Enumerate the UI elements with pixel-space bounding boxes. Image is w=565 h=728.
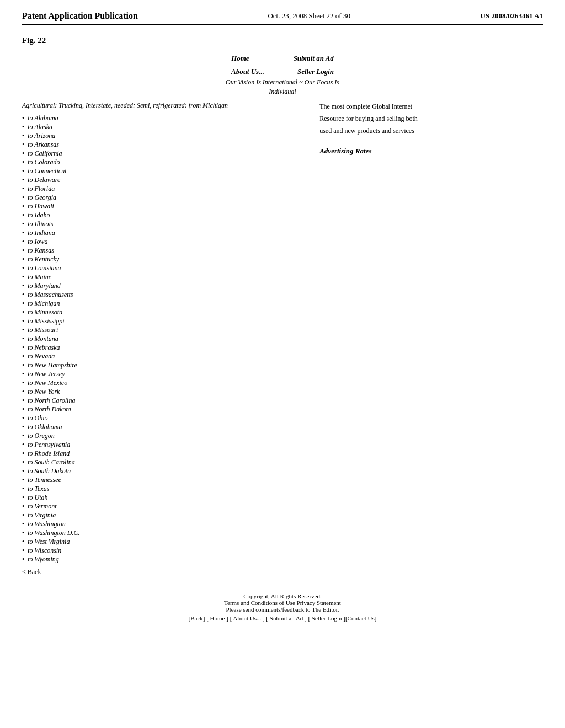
list-item[interactable]: to Illinois bbox=[22, 220, 308, 228]
patent-title: Patent Application Publication bbox=[22, 11, 138, 21]
footer: Copyright, All Rights Reserved. Terms an… bbox=[22, 593, 543, 622]
list-item[interactable]: to South Dakota bbox=[22, 467, 308, 475]
list-item[interactable]: to Florida bbox=[22, 185, 308, 193]
list-item[interactable]: to Kentucky bbox=[22, 255, 308, 264]
list-item[interactable]: to New York bbox=[22, 388, 308, 396]
list-item[interactable]: to Utah bbox=[22, 494, 308, 502]
list-item[interactable]: to Pennsylvania bbox=[22, 441, 308, 449]
footer-line3: Please send comments/feedback to The Edi… bbox=[22, 606, 543, 613]
right-text-line1: The most complete Global Internet bbox=[319, 101, 543, 111]
advertising-rates-label[interactable]: Advertising Rates bbox=[319, 147, 543, 156]
list-item[interactable]: to Michigan bbox=[22, 299, 308, 308]
figure-label: Fig. 22 bbox=[22, 36, 543, 45]
list-item[interactable]: to Tennessee bbox=[22, 476, 308, 484]
list-item[interactable]: to Georgia bbox=[22, 194, 308, 202]
list-item[interactable]: to Maine bbox=[22, 273, 308, 281]
back-link[interactable]: < Back bbox=[22, 568, 308, 576]
list-item[interactable]: to Nevada bbox=[22, 352, 308, 361]
states-list: to Alabamato Alaskato Arizonato Arkansas… bbox=[22, 114, 308, 564]
right-text-line3: used and new products and services bbox=[319, 126, 543, 136]
list-item[interactable]: to Alabama bbox=[22, 114, 308, 122]
list-item[interactable]: to Maryland bbox=[22, 282, 308, 290]
footer-line1: Copyright, All Rights Reserved. bbox=[22, 593, 543, 599]
nav-submit-ad[interactable]: Submit an Ad bbox=[294, 54, 334, 63]
list-item[interactable]: to Ohio bbox=[22, 414, 308, 422]
list-item[interactable]: to Vermont bbox=[22, 502, 308, 511]
list-item[interactable]: to Virginia bbox=[22, 511, 308, 520]
patent-number: US 2008/0263461 A1 bbox=[481, 12, 543, 20]
list-item[interactable]: to Wisconsin bbox=[22, 547, 308, 555]
nav-about-us[interactable]: About Us... bbox=[231, 67, 264, 76]
list-item[interactable]: to Delaware bbox=[22, 176, 308, 184]
right-text-line2: Resource for buying and selling both bbox=[319, 114, 543, 124]
tagline-line2: Individual bbox=[22, 88, 543, 96]
list-item[interactable]: to North Carolina bbox=[22, 397, 308, 405]
list-item[interactable]: to New Jersey bbox=[22, 370, 308, 378]
list-item[interactable]: to Iowa bbox=[22, 238, 308, 246]
patent-date: Oct. 23, 2008 Sheet 22 of 30 bbox=[268, 12, 350, 20]
listing-description: Agricultural: Trucking, Interstate, need… bbox=[22, 101, 308, 110]
list-item[interactable]: to Minnesota bbox=[22, 308, 308, 317]
list-item[interactable]: to Oregon bbox=[22, 432, 308, 440]
list-item[interactable]: to Rhode Island bbox=[22, 449, 308, 458]
list-item[interactable]: to Washington bbox=[22, 520, 308, 528]
list-item[interactable]: to Arkansas bbox=[22, 141, 308, 149]
list-item[interactable]: to West Virginia bbox=[22, 538, 308, 546]
list-item[interactable]: to Connecticut bbox=[22, 167, 308, 175]
list-item[interactable]: to Oklahoma bbox=[22, 423, 308, 431]
list-item[interactable]: to Idaho bbox=[22, 211, 308, 220]
list-item[interactable]: to New Mexico bbox=[22, 379, 308, 387]
tagline-line1: Our Vision Is International ~ Our Focus … bbox=[22, 78, 543, 87]
list-item[interactable]: to California bbox=[22, 149, 308, 158]
list-item[interactable]: to New Hampshire bbox=[22, 361, 308, 370]
list-item[interactable]: to Montana bbox=[22, 335, 308, 343]
list-item[interactable]: to Colorado bbox=[22, 158, 308, 167]
list-item[interactable]: to Louisiana bbox=[22, 264, 308, 272]
list-item[interactable]: to Alaska bbox=[22, 123, 308, 131]
list-item[interactable]: to Hawaii bbox=[22, 202, 308, 211]
list-item[interactable]: to Mississippi bbox=[22, 317, 308, 325]
nav-home[interactable]: Home bbox=[231, 54, 249, 63]
list-item[interactable]: to Kansas bbox=[22, 247, 308, 255]
list-item[interactable]: to Massachusetts bbox=[22, 291, 308, 299]
list-item[interactable]: to Washington D.C. bbox=[22, 529, 308, 537]
footer-line2[interactable]: Terms and Conditions of Use Privacy Stat… bbox=[22, 599, 543, 606]
list-item[interactable]: to Wyoming bbox=[22, 555, 308, 564]
list-item[interactable]: to North Dakota bbox=[22, 405, 308, 414]
list-item[interactable]: to Arizona bbox=[22, 132, 308, 140]
list-item[interactable]: to Indiana bbox=[22, 229, 308, 237]
list-item[interactable]: to South Carolina bbox=[22, 458, 308, 467]
footer-links[interactable]: [Back] [ Home ] [ About Us... ] [ Submit… bbox=[22, 615, 543, 622]
list-item[interactable]: to Missouri bbox=[22, 326, 308, 334]
nav-seller-login[interactable]: Seller Login bbox=[297, 67, 334, 76]
list-item[interactable]: to Nebraska bbox=[22, 344, 308, 352]
list-item[interactable]: to Texas bbox=[22, 485, 308, 493]
